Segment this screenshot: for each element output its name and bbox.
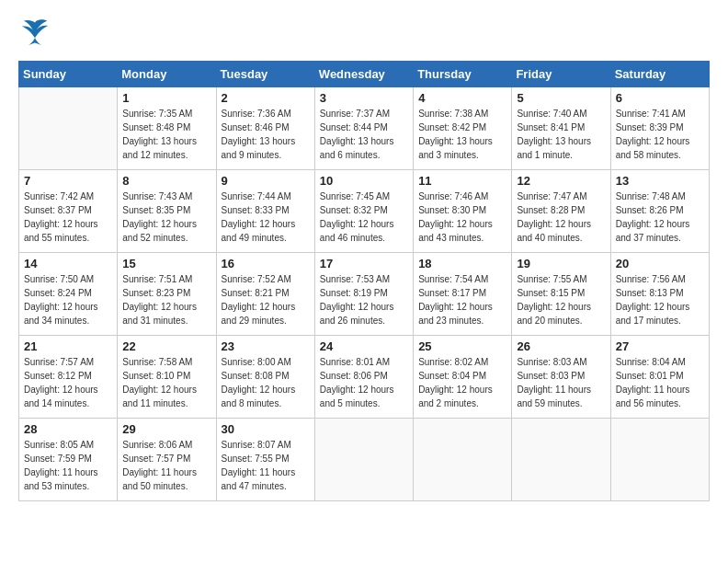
logo-icon	[18, 18, 51, 46]
weekday-header-tuesday: Tuesday	[216, 62, 314, 87]
calendar-cell: 18Sunrise: 7:54 AM Sunset: 8:17 PM Dayli…	[414, 253, 512, 336]
calendar-body: 1Sunrise: 7:35 AM Sunset: 8:48 PM Daylig…	[19, 87, 710, 501]
calendar-cell: 12Sunrise: 7:47 AM Sunset: 8:28 PM Dayli…	[512, 170, 610, 253]
page-header	[18, 18, 710, 46]
day-info: Sunrise: 7:46 AM Sunset: 8:30 PM Dayligh…	[418, 190, 506, 245]
calendar-week-3: 14Sunrise: 7:50 AM Sunset: 8:24 PM Dayli…	[19, 253, 710, 336]
calendar-week-2: 7Sunrise: 7:42 AM Sunset: 8:37 PM Daylig…	[19, 170, 710, 253]
day-number: 13	[616, 174, 704, 188]
calendar-cell: 10Sunrise: 7:45 AM Sunset: 8:32 PM Dayli…	[314, 170, 413, 253]
day-number: 22	[122, 339, 210, 353]
calendar-cell: 15Sunrise: 7:51 AM Sunset: 8:23 PM Dayli…	[118, 253, 216, 336]
day-number: 28	[24, 422, 112, 436]
day-info: Sunrise: 7:55 AM Sunset: 8:15 PM Dayligh…	[517, 272, 605, 327]
calendar-cell: 27Sunrise: 8:04 AM Sunset: 8:01 PM Dayli…	[610, 336, 709, 419]
calendar-cell: 20Sunrise: 7:56 AM Sunset: 8:13 PM Dayli…	[610, 253, 709, 336]
weekday-header-saturday: Saturday	[610, 62, 709, 87]
calendar-cell	[19, 87, 118, 170]
day-info: Sunrise: 7:51 AM Sunset: 8:23 PM Dayligh…	[122, 272, 210, 327]
weekday-header-friday: Friday	[512, 62, 610, 87]
day-info: Sunrise: 7:43 AM Sunset: 8:35 PM Dayligh…	[122, 190, 210, 245]
day-number: 20	[616, 257, 704, 270]
calendar-cell: 23Sunrise: 8:00 AM Sunset: 8:08 PM Dayli…	[216, 336, 314, 419]
calendar-cell: 9Sunrise: 7:44 AM Sunset: 8:33 PM Daylig…	[216, 170, 314, 253]
day-number: 8	[122, 174, 210, 188]
day-info: Sunrise: 8:07 AM Sunset: 7:55 PM Dayligh…	[222, 438, 310, 493]
calendar-cell: 25Sunrise: 8:02 AM Sunset: 8:04 PM Dayli…	[414, 336, 512, 419]
day-info: Sunrise: 8:02 AM Sunset: 8:04 PM Dayligh…	[418, 355, 506, 410]
calendar-week-4: 21Sunrise: 7:57 AM Sunset: 8:12 PM Dayli…	[19, 336, 710, 419]
calendar-cell: 16Sunrise: 7:52 AM Sunset: 8:21 PM Dayli…	[216, 253, 314, 336]
day-number: 26	[517, 339, 605, 353]
day-number: 3	[320, 91, 408, 105]
day-number: 6	[616, 91, 704, 105]
calendar-cell: 17Sunrise: 7:53 AM Sunset: 8:19 PM Dayli…	[314, 253, 413, 336]
weekday-header-sunday: Sunday	[19, 62, 118, 87]
day-number: 23	[222, 339, 310, 353]
day-info: Sunrise: 8:06 AM Sunset: 7:57 PM Dayligh…	[122, 438, 210, 493]
calendar-cell: 3Sunrise: 7:37 AM Sunset: 8:44 PM Daylig…	[314, 87, 413, 170]
day-number: 27	[616, 339, 704, 353]
day-info: Sunrise: 7:47 AM Sunset: 8:28 PM Dayligh…	[517, 190, 605, 245]
day-number: 10	[320, 174, 408, 188]
day-number: 15	[122, 257, 210, 270]
calendar-cell: 2Sunrise: 7:36 AM Sunset: 8:46 PM Daylig…	[216, 87, 314, 170]
day-info: Sunrise: 7:38 AM Sunset: 8:42 PM Dayligh…	[418, 107, 506, 162]
day-info: Sunrise: 7:50 AM Sunset: 8:24 PM Dayligh…	[24, 272, 112, 327]
calendar-cell: 7Sunrise: 7:42 AM Sunset: 8:37 PM Daylig…	[19, 170, 118, 253]
day-number: 30	[222, 422, 310, 436]
day-number: 18	[418, 257, 506, 270]
calendar-cell: 21Sunrise: 7:57 AM Sunset: 8:12 PM Dayli…	[19, 336, 118, 419]
day-info: Sunrise: 7:37 AM Sunset: 8:44 PM Dayligh…	[320, 107, 408, 162]
calendar-cell: 29Sunrise: 8:06 AM Sunset: 7:57 PM Dayli…	[118, 419, 216, 501]
day-info: Sunrise: 7:44 AM Sunset: 8:33 PM Dayligh…	[222, 190, 310, 245]
day-number: 14	[24, 257, 112, 270]
day-info: Sunrise: 7:54 AM Sunset: 8:17 PM Dayligh…	[418, 272, 506, 327]
day-number: 11	[418, 174, 506, 188]
day-number: 9	[222, 174, 310, 188]
calendar-cell: 1Sunrise: 7:35 AM Sunset: 8:48 PM Daylig…	[118, 87, 216, 170]
day-number: 4	[418, 91, 506, 105]
logo	[18, 18, 57, 46]
calendar-cell	[314, 419, 413, 501]
day-info: Sunrise: 7:53 AM Sunset: 8:19 PM Dayligh…	[320, 272, 408, 327]
day-number: 24	[320, 339, 408, 353]
calendar-cell: 26Sunrise: 8:03 AM Sunset: 8:03 PM Dayli…	[512, 336, 610, 419]
day-info: Sunrise: 7:35 AM Sunset: 8:48 PM Dayligh…	[122, 107, 210, 162]
calendar-cell: 19Sunrise: 7:55 AM Sunset: 8:15 PM Dayli…	[512, 253, 610, 336]
day-number: 21	[24, 339, 112, 353]
day-number: 17	[320, 257, 408, 270]
calendar-cell: 22Sunrise: 7:58 AM Sunset: 8:10 PM Dayli…	[118, 336, 216, 419]
calendar-week-1: 1Sunrise: 7:35 AM Sunset: 8:48 PM Daylig…	[19, 87, 710, 170]
calendar-table: SundayMondayTuesdayWednesdayThursdayFrid…	[18, 61, 710, 501]
day-number: 7	[24, 174, 112, 188]
day-info: Sunrise: 8:04 AM Sunset: 8:01 PM Dayligh…	[616, 355, 704, 410]
day-info: Sunrise: 7:52 AM Sunset: 8:21 PM Dayligh…	[222, 272, 310, 327]
calendar-cell: 11Sunrise: 7:46 AM Sunset: 8:30 PM Dayli…	[414, 170, 512, 253]
day-info: Sunrise: 8:05 AM Sunset: 7:59 PM Dayligh…	[24, 438, 112, 493]
day-info: Sunrise: 7:41 AM Sunset: 8:39 PM Dayligh…	[616, 107, 704, 162]
calendar-cell	[512, 419, 610, 501]
day-number: 12	[517, 174, 605, 188]
day-number: 25	[418, 339, 506, 353]
day-number: 29	[122, 422, 210, 436]
day-info: Sunrise: 7:36 AM Sunset: 8:46 PM Dayligh…	[222, 107, 310, 162]
day-number: 16	[222, 257, 310, 270]
day-number: 5	[517, 91, 605, 105]
calendar-cell: 8Sunrise: 7:43 AM Sunset: 8:35 PM Daylig…	[118, 170, 216, 253]
calendar-cell: 28Sunrise: 8:05 AM Sunset: 7:59 PM Dayli…	[19, 419, 118, 501]
weekday-header-thursday: Thursday	[414, 62, 512, 87]
calendar-cell: 5Sunrise: 7:40 AM Sunset: 8:41 PM Daylig…	[512, 87, 610, 170]
calendar-cell: 6Sunrise: 7:41 AM Sunset: 8:39 PM Daylig…	[610, 87, 709, 170]
weekday-header-monday: Monday	[118, 62, 216, 87]
calendar-cell: 4Sunrise: 7:38 AM Sunset: 8:42 PM Daylig…	[414, 87, 512, 170]
day-info: Sunrise: 8:03 AM Sunset: 8:03 PM Dayligh…	[517, 355, 605, 410]
day-info: Sunrise: 7:42 AM Sunset: 8:37 PM Dayligh…	[24, 190, 112, 245]
day-number: 1	[122, 91, 210, 105]
calendar-cell	[610, 419, 709, 501]
day-info: Sunrise: 7:57 AM Sunset: 8:12 PM Dayligh…	[24, 355, 112, 410]
day-number: 2	[222, 91, 310, 105]
weekday-header-wednesday: Wednesday	[314, 62, 413, 87]
calendar-cell: 13Sunrise: 7:48 AM Sunset: 8:26 PM Dayli…	[610, 170, 709, 253]
day-info: Sunrise: 7:58 AM Sunset: 8:10 PM Dayligh…	[122, 355, 210, 410]
